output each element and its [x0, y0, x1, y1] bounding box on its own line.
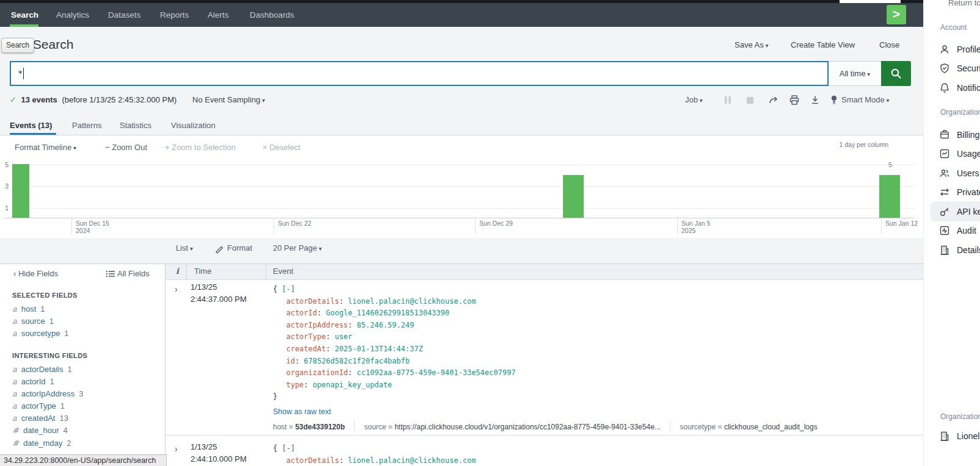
sidebar-item-users[interactable]: Users [939, 168, 979, 179]
timeline-bar-2[interactable] [563, 175, 584, 218]
sidebar-item-profile[interactable]: Profile [939, 44, 980, 55]
meta-sourcetype-value[interactable]: clickhouse_cloud_audit_logs [724, 423, 818, 431]
x-tick-label: Sun Dec 22 [278, 220, 311, 227]
event-count: 13 events [21, 95, 57, 104]
nav-item-alerts[interactable]: Alerts [208, 10, 229, 20]
collapse-toggle[interactable]: [-] [281, 285, 295, 293]
audit-pulse-icon [939, 225, 950, 236]
sidebar-item-details[interactable]: Details [939, 245, 980, 256]
nav-item-dashboards[interactable]: Dashboards [250, 10, 294, 20]
building-icon [939, 431, 950, 442]
tab-events[interactable]: Events (13) [10, 121, 52, 130]
building-icon [939, 245, 950, 256]
x-tick-line [881, 218, 882, 234]
event-date: 1/13/25 [191, 442, 217, 451]
tab-visualization[interactable]: Visualization [171, 121, 216, 130]
zoom-to-selection-button[interactable]: + Zoom to Selection [165, 143, 236, 152]
export-icon[interactable] [810, 95, 821, 106]
event-count-note: (before 1/13/25 2:45:32.000 PM) [62, 95, 176, 104]
event-sampling-dropdown[interactable]: No Event Sampling [192, 95, 265, 104]
field-actorIpAddress[interactable]: aactorIpAddress3 [12, 389, 83, 398]
tab-patterns[interactable]: Patterns [72, 121, 101, 130]
all-fields-button[interactable]: All Fields [117, 269, 150, 278]
sidebar-item-organization-lionel[interactable]: Lionel [939, 431, 979, 442]
nav-item-datasets[interactable]: Datasets [108, 10, 140, 20]
nav-item-reports[interactable]: Reports [160, 10, 189, 20]
sidebar-item-api-keys[interactable]: API keys [939, 206, 980, 217]
sidebar-item-billing[interactable]: Billing [939, 129, 979, 140]
per-page-dropdown[interactable]: 20 Per Page [273, 243, 322, 253]
tab-statistics[interactable]: Statistics [120, 121, 151, 130]
event-date: 1/13/25 [191, 282, 217, 292]
organization-section-title: Organization [940, 108, 980, 116]
zoom-out-button[interactable]: − Zoom Out [105, 143, 147, 152]
x-tick-line [71, 218, 72, 234]
show-raw-text-link[interactable]: Show as raw text [273, 407, 331, 416]
timeline-bar-3[interactable] [879, 175, 900, 218]
format-button[interactable]: Format [227, 243, 252, 253]
organizations-section-title: Organizations [940, 412, 980, 421]
top-nav: Search Analytics Datasets Reports Alerts… [0, 3, 923, 27]
search-input[interactable]: * [10, 61, 829, 86]
sidebar-item-audit[interactable]: Audit [939, 225, 976, 236]
user-icon [939, 44, 950, 55]
list-view-dropdown[interactable]: List [176, 243, 193, 253]
close-button[interactable]: Close [879, 40, 899, 49]
x-tick-label: Sun Jan 12 [885, 220, 918, 227]
format-pencil-icon [215, 244, 224, 253]
bell-icon [939, 82, 950, 93]
smart-mode-bulb-icon [829, 94, 839, 105]
print-icon[interactable] [789, 95, 800, 106]
field-createdAt[interactable]: acreatedAt13 [12, 414, 68, 423]
sidebar-item-usage[interactable]: Usage [939, 148, 980, 159]
pause-icon[interactable] [724, 96, 732, 104]
field-date-mday[interactable]: #date_mday2 [12, 439, 71, 448]
search-submit-button[interactable] [881, 61, 911, 86]
meta-source-value[interactable]: https://api.clickhouse.cloud/v1/organiza… [394, 423, 661, 431]
event-json: { [-] actorDetailslionel.palacin@clickho… [273, 284, 515, 403]
field-source[interactable]: asource1 [12, 317, 54, 326]
x-tick-line [274, 218, 274, 234]
chevron-left-icon: ‹ [13, 269, 18, 278]
account-section-title: Account [940, 23, 967, 32]
time-range-picker[interactable]: All time [829, 61, 882, 86]
search-query-text: * [18, 68, 23, 78]
expand-chevron[interactable]: › [175, 443, 178, 454]
wallet-icon [939, 129, 950, 140]
job-dropdown[interactable]: Job [685, 95, 703, 104]
y-tick-left-3: 3 [0, 182, 9, 190]
save-as-button[interactable]: Save As [735, 40, 769, 49]
browser-status-url: 34.29.223.20:8000/en-US/app/search/searc… [0, 454, 167, 466]
stop-icon[interactable] [746, 96, 754, 104]
events-table-header: i Time Event [165, 264, 923, 280]
smart-mode-dropdown[interactable]: Smart Mode [841, 95, 890, 104]
format-timeline-dropdown[interactable]: Format Timeline [15, 143, 76, 152]
y-tick-left-5: 5 [0, 161, 9, 168]
nav-item-analytics[interactable]: Analytics [56, 10, 89, 20]
sidebar-item-private-endpoints[interactable]: Private endpoints [939, 187, 980, 198]
selected-fields-title: SELECTED FIELDS [12, 292, 78, 299]
meta-host-value[interactable]: 53de4339120b [295, 423, 344, 431]
field-sourcetype[interactable]: asourcetype1 [12, 329, 69, 338]
nav-item-search[interactable]: Search [11, 10, 38, 20]
timeline-bar-1[interactable] [12, 164, 29, 218]
sidebar-item-notifications[interactable]: Notifications [939, 82, 980, 93]
people-icon [939, 168, 950, 179]
collapse-toggle[interactable]: [-] [281, 444, 295, 453]
field-actorType[interactable]: aactorType1 [12, 401, 65, 410]
gridline-1 [12, 208, 914, 209]
splunk-logo[interactable]: > [887, 5, 906, 24]
deselect-button[interactable]: × Deselect [263, 143, 300, 152]
field-host[interactable]: ahost1 [12, 304, 45, 314]
expand-chevron[interactable]: › [175, 284, 178, 294]
hide-fields-button[interactable]: ‹ Hide Fields [13, 269, 58, 278]
field-actorId[interactable]: aactorId1 [12, 377, 54, 386]
return-to-link[interactable]: Return to [948, 0, 980, 7]
x-tick-label: Sun Dec 29 [479, 220, 513, 227]
event-json: { [-] actorDetailslionel.palacin@clickho… [273, 443, 476, 466]
field-actorDetails[interactable]: aactorDetails1 [12, 365, 72, 374]
sidebar-item-security[interactable]: Security [939, 63, 980, 74]
field-date-hour[interactable]: #date_hour4 [12, 426, 68, 435]
share-icon[interactable] [768, 95, 779, 106]
create-table-view-button[interactable]: Create Table View [791, 40, 855, 49]
